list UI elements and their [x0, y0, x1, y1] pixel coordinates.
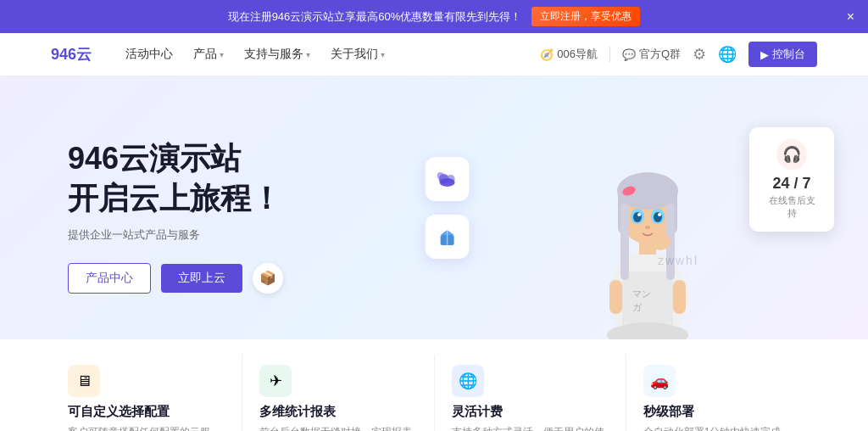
- hero-section: 946云演示站 开启云上旅程！ 提供企业一站式产品与服务 产品中心 立即上云 📦: [0, 76, 868, 339]
- feature-icon-billing: 🌐: [452, 365, 484, 397]
- feature-title-0: 可自定义选择配置: [68, 404, 225, 420]
- support-number: 24 / 7: [766, 175, 817, 193]
- feature-desc-1: 前台后台数据无缝对接，实现报表一体化，可按天、月、年等时段查看所需数据: [259, 424, 416, 431]
- compass-icon: 🧭: [540, 48, 554, 61]
- nav-links: 活动中心 产品 ▾ 支持与服务 ▾ 关于我们 ▾: [125, 47, 515, 62]
- feature-title-1: 多维统计报表: [259, 404, 416, 420]
- feature-desc-3: 全自动化部署1分钟内快速完成，行业领先的部署效率，省心省力: [643, 424, 800, 431]
- nav-item-about[interactable]: 关于我们 ▾: [331, 47, 385, 62]
- nav-item-support[interactable]: 支持与服务 ▾: [244, 47, 310, 62]
- feature-analytics: ✈ 多维统计报表 前台后台数据无缝对接，实现报表一体化，可按天、月、年等时段查看…: [242, 355, 434, 431]
- nav-qq-group-link[interactable]: 💬 官方Q群: [622, 47, 681, 62]
- nav-label-activities: 活动中心: [125, 47, 173, 62]
- product-center-button[interactable]: 产品中心: [68, 263, 151, 294]
- chevron-down-icon: ▾: [220, 50, 224, 59]
- qq-icon: 💬: [622, 48, 636, 61]
- console-label: 控制台: [772, 47, 805, 62]
- support-number-text: 24 / 7: [772, 175, 810, 192]
- feature-icon-analytics: ✈: [259, 365, 292, 397]
- svg-point-2: [440, 178, 455, 187]
- navbar: 946云 活动中心 产品 ▾ 支持与服务 ▾ 关于我们 ▾ 🧭 006导航 💬 …: [0, 33, 868, 76]
- language-icon[interactable]: 🌐: [718, 45, 737, 64]
- nav-right: 🧭 006导航 💬 官方Q群 ⚙ 🌐 ▶ 控制台: [540, 42, 817, 67]
- nav-qq-label: 官方Q群: [639, 47, 681, 62]
- banner-text: 现在注册946云演示站立享最高60%优惠数量有限先到先得！: [228, 9, 522, 25]
- package-icon: 📦: [259, 270, 276, 286]
- nav-label-support: 支持与服务: [244, 47, 303, 62]
- feature-title-3: 秒级部署: [643, 404, 800, 420]
- float-icon-box: [426, 215, 470, 259]
- nav-item-products[interactable]: 产品 ▾: [193, 47, 224, 62]
- svg-text:ガ: ガ: [632, 302, 643, 312]
- nav-label-products: 产品: [193, 47, 217, 62]
- feature-desc-2: 支持多种方式灵活，便于用户的使用需求选择续费或取消停用，提升良好的用户体验: [452, 424, 609, 431]
- console-icon: ▶: [760, 48, 769, 61]
- feature-title-2: 灵活计费: [452, 404, 609, 420]
- feature-icon-config: 🖥: [68, 365, 100, 397]
- hero-float-icons: [426, 157, 470, 259]
- nav-label-about: 关于我们: [331, 47, 378, 62]
- feature-icon-deploy: 🚗: [643, 365, 676, 397]
- chevron-down-icon: ▾: [306, 50, 310, 59]
- features-section: 🖥 可自定义选择配置 客户可随意搭配任何配置的云服务，达到性价比最高的产品配置套…: [0, 339, 868, 431]
- top-banner: 现在注册946云演示站立享最高60%优惠数量有限先到先得！ 立即注册，享受优惠 …: [0, 0, 868, 33]
- nav-navigation-label: 006导航: [557, 47, 598, 62]
- headset-icon: 🎧: [776, 139, 807, 170]
- feature-billing: 🌐 灵活计费 支持多种方式灵活，便于用户的使用需求选择续费或取消停用，提升良好的…: [435, 355, 626, 431]
- nav-navigation-link[interactable]: 🧭 006导航: [540, 47, 598, 62]
- console-button[interactable]: ▶ 控制台: [748, 42, 817, 67]
- nav-item-activities[interactable]: 活动中心: [125, 47, 173, 62]
- feature-deploy: 🚗 秒级部署 全自动化部署1分钟内快速完成，行业领先的部署效率，省心省力: [626, 355, 817, 431]
- divider: [609, 47, 610, 62]
- feature-custom-config: 🖥 可自定义选择配置 客户可随意搭配任何配置的云服务，达到性价比最高的产品配置套…: [51, 355, 242, 431]
- float-icon-cloud: [426, 157, 470, 201]
- watermark: zwwhl: [658, 254, 698, 267]
- settings-icon[interactable]: ⚙: [693, 45, 706, 64]
- feature-desc-0: 客户可随意搭配任何配置的云服务，达到性价比最高的产品配置套餐！: [68, 424, 225, 431]
- svg-point-3: [437, 172, 444, 179]
- go-cloud-button[interactable]: 立即上云: [161, 264, 242, 293]
- support-description: 在线售后支持: [766, 194, 817, 220]
- banner-close-button[interactable]: ×: [847, 9, 854, 25]
- hero-buttons: 产品中心 立即上云 📦: [68, 263, 800, 294]
- support-card: 🎧 24 / 7 在线售后支持: [749, 127, 834, 232]
- banner-register-button[interactable]: 立即注册，享受优惠: [531, 7, 640, 26]
- hero-extra-icon-button[interactable]: 📦: [253, 263, 283, 294]
- site-logo[interactable]: 946云: [51, 44, 92, 64]
- chevron-down-icon: ▾: [381, 50, 385, 59]
